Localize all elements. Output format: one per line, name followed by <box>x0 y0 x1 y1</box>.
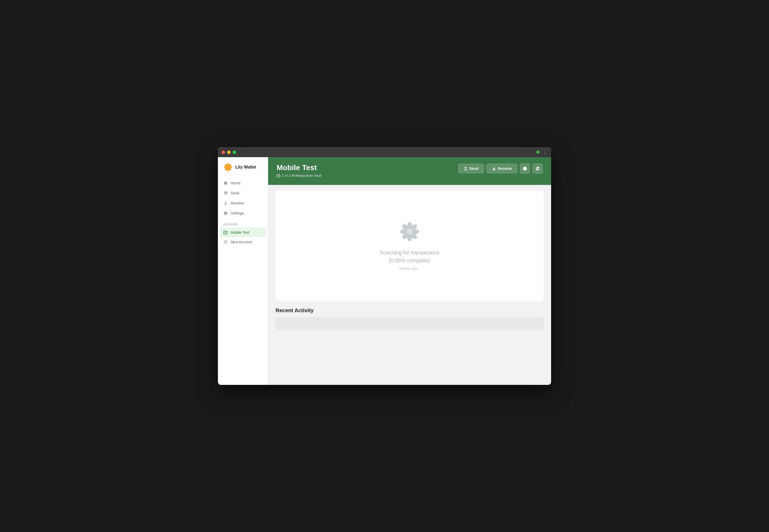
svg-point-9 <box>227 166 229 169</box>
receive-btn-icon <box>492 167 496 170</box>
scanning-text: Scanning for transactions (0.05% complet… <box>380 249 439 264</box>
sidebar-item-receive-label: Receive <box>231 201 244 205</box>
svg-rect-10 <box>224 204 227 205</box>
header-subtitle: 1 of 2 Multisignature Vault <box>277 174 321 178</box>
accounts-list: Mobile Test New Account <box>218 228 268 247</box>
close-button[interactable] <box>222 151 225 154</box>
sidebar-item-mobile-test-label: Mobile Test <box>231 230 249 235</box>
sidebar-item-send[interactable]: Send <box>220 188 266 198</box>
sidebar-item-send-label: Send <box>231 191 239 195</box>
connection-status-dot <box>536 151 539 154</box>
header-actions: Send Receive <box>458 164 542 174</box>
recent-activity-label: Recent Activity <box>276 307 544 314</box>
sidebar-item-settings-label: Settings <box>231 211 244 215</box>
sidebar-item-receive[interactable]: Receive <box>220 198 266 208</box>
send-icon <box>223 191 228 195</box>
svg-rect-15 <box>278 176 279 176</box>
logo-icon <box>223 162 233 172</box>
send-btn-icon <box>464 167 467 170</box>
sidebar-nav: Home Send <box>218 178 268 218</box>
svg-rect-12 <box>225 232 227 233</box>
scanning-wait: Please wait... <box>399 267 420 270</box>
receive-button-label: Receive <box>498 166 512 171</box>
plus-circle-icon <box>223 240 228 244</box>
vault-icon <box>223 230 228 235</box>
scanning-card: Scanning for transactions (0.05% complet… <box>276 190 544 301</box>
sidebar-logo: Lily Wallet <box>218 162 268 178</box>
app-window: ⋮ Lily Wallet <box>218 147 551 385</box>
header-subtitle-text: 1 of 2 Multisignature Vault <box>282 174 321 178</box>
send-button[interactable]: Send <box>458 164 484 173</box>
content-area: Scanning for transactions (0.05% complet… <box>268 185 551 385</box>
titlebar-right: ⋮ <box>536 149 547 155</box>
traffic-lights <box>222 151 236 154</box>
svg-point-24 <box>524 168 526 170</box>
minimize-button[interactable] <box>227 151 231 154</box>
gear-button[interactable] <box>532 164 542 174</box>
scanning-line2: (0.05% complete) <box>389 258 430 263</box>
sidebar-item-home-label: Home <box>231 181 241 185</box>
snowflake-button[interactable] <box>520 164 530 174</box>
receive-icon <box>223 201 228 206</box>
home-icon <box>223 181 228 185</box>
app-name: Lily Wallet <box>235 165 256 170</box>
app-body: Lily Wallet Home <box>218 157 551 385</box>
scanning-line1: Scanning for transactions <box>380 250 439 255</box>
header: Mobile Test 1 of 2 Multisignature Vault <box>268 157 551 185</box>
main-content: Mobile Test 1 of 2 Multisignature Vault <box>268 157 551 385</box>
settings-icon <box>223 211 228 216</box>
titlebar: ⋮ <box>218 147 551 157</box>
activity-placeholder <box>276 317 544 330</box>
sidebar-item-new-account-label: New Account <box>231 240 252 244</box>
svg-point-33 <box>406 228 413 235</box>
maximize-button[interactable] <box>233 151 236 154</box>
header-title-area: Mobile Test 1 of 2 Multisignature Vault <box>277 164 321 178</box>
sidebar: Lily Wallet Home <box>218 157 268 385</box>
more-options-icon[interactable]: ⋮ <box>542 149 547 155</box>
gear-icon <box>535 166 540 171</box>
sidebar-item-new-account[interactable]: New Account <box>220 237 266 247</box>
receive-button[interactable]: Receive <box>486 164 517 173</box>
snowflake-header-icon <box>522 166 527 171</box>
sidebar-item-settings[interactable]: Settings <box>220 208 266 218</box>
vault-subtitle-icon <box>277 174 280 178</box>
scanning-flower-icon <box>399 221 420 242</box>
accounts-section-label: Accounts <box>218 218 268 228</box>
sidebar-item-mobile-test[interactable]: Mobile Test <box>220 228 266 237</box>
page-title: Mobile Test <box>277 164 321 172</box>
sidebar-item-home[interactable]: Home <box>220 178 266 188</box>
send-button-label: Send <box>469 166 478 171</box>
